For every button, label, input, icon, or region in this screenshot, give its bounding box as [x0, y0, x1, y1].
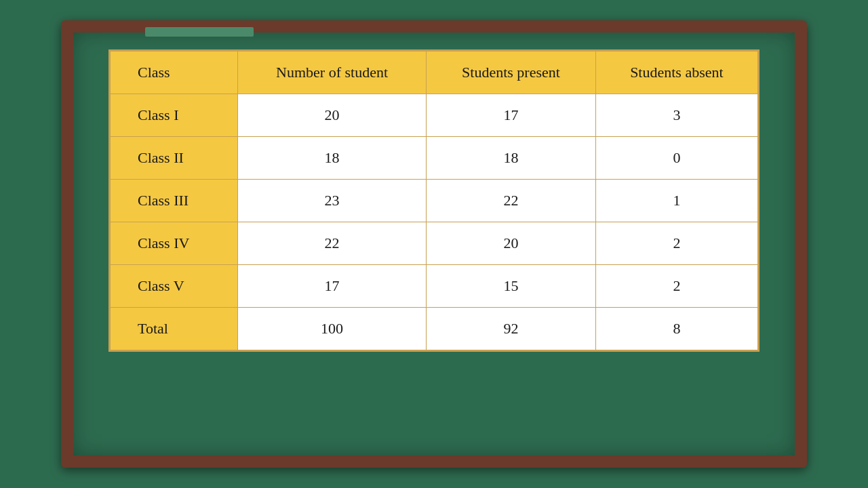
cell-value: 0: [595, 137, 757, 180]
cell-value: 100: [237, 308, 426, 350]
cell-class-name: Class V: [111, 265, 238, 308]
cell-value: 22: [427, 180, 596, 222]
table-row: Class V17152: [111, 265, 758, 308]
chalkboard: Class Number of student Students present…: [61, 20, 807, 468]
cell-value: 92: [427, 308, 596, 350]
col-header-absent: Students absent: [595, 52, 757, 94]
col-header-class: Class: [111, 52, 238, 94]
table-row: Class IV22202: [111, 222, 758, 265]
cell-value: 17: [427, 94, 596, 137]
cell-class-name: Class II: [111, 137, 238, 180]
cell-value: 2: [595, 222, 757, 265]
cell-value: 18: [237, 137, 426, 180]
table-row: Class II18180: [111, 137, 758, 180]
student-table: Class Number of student Students present…: [110, 51, 758, 350]
cell-value: 20: [237, 94, 426, 137]
cell-value: 8: [595, 308, 757, 350]
cell-value: 3: [595, 94, 757, 137]
cell-value: 2: [595, 265, 757, 308]
table-row: Class III23221: [111, 180, 758, 222]
chalk-tray: [145, 27, 254, 37]
table-container: Class Number of student Students present…: [108, 49, 760, 352]
cell-value: 17: [237, 265, 426, 308]
cell-value: 15: [427, 265, 596, 308]
cell-value: 18: [427, 137, 596, 180]
col-header-present: Students present: [427, 52, 596, 94]
table-row: Total100928: [111, 308, 758, 350]
cell-value: 23: [237, 180, 426, 222]
table-header-row: Class Number of student Students present…: [111, 52, 758, 94]
cell-value: 22: [237, 222, 426, 265]
cell-class-name: Total: [111, 308, 238, 350]
cell-value: 20: [427, 222, 596, 265]
cell-class-name: Class III: [111, 180, 238, 222]
col-header-students: Number of student: [237, 52, 426, 94]
table-row: Class I20173: [111, 94, 758, 137]
cell-class-name: Class I: [111, 94, 238, 137]
cell-class-name: Class IV: [111, 222, 238, 265]
cell-value: 1: [595, 180, 757, 222]
